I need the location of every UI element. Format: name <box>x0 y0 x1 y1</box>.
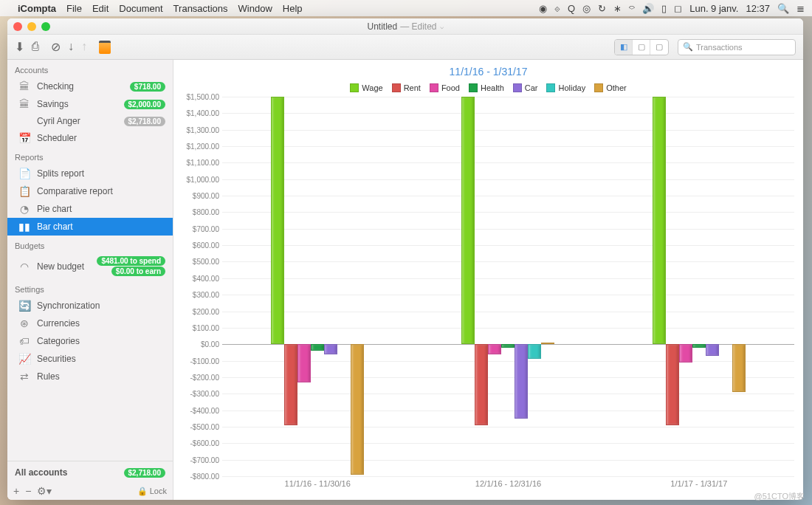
chart-bar[interactable] <box>324 344 337 354</box>
sidebar-item-pie-chart[interactable]: ◔ Pie chart <box>7 200 173 218</box>
sidebar-item-rules[interactable]: ⇄ Rules <box>7 368 173 385</box>
sidebar-item-label: Splits report <box>37 168 165 179</box>
status-app-icon[interactable]: ◉ <box>539 3 547 14</box>
chart-bar[interactable] <box>501 344 515 347</box>
notes-icon[interactable] <box>99 41 111 54</box>
chart-bar[interactable] <box>488 344 501 354</box>
status-sync-icon[interactable]: ↻ <box>598 3 606 14</box>
chart-bar[interactable] <box>461 97 475 344</box>
view-mode-segmented[interactable]: ◧ ▢ ▢ <box>614 39 669 55</box>
bank-icon: 🏛 <box>18 80 31 92</box>
window-minimize-button[interactable] <box>27 22 36 31</box>
chart-bar[interactable] <box>475 344 488 425</box>
menubar-date[interactable]: Lun. 9 janv. <box>689 3 738 14</box>
sidebar: Accounts 🏛 Checking $718.00 🏛 Savings $2… <box>7 60 173 500</box>
menu-transactions[interactable]: Transactions <box>173 3 228 14</box>
chart-bar[interactable] <box>528 344 541 359</box>
ytick-label: -$300.00 <box>190 390 219 398</box>
arrow-down-icon[interactable]: ↓ <box>68 40 74 54</box>
title-dropdown-icon[interactable]: ⌵ <box>440 23 444 30</box>
menubar-time[interactable]: 12:37 <box>746 3 770 14</box>
chart-bar[interactable] <box>297 344 311 382</box>
sidebar-item-savings[interactable]: 🏛 Savings $2,000.00 <box>7 95 173 113</box>
info-circle-icon[interactable]: ⊘ <box>51 40 61 54</box>
bluetooth-icon[interactable]: ∗ <box>613 3 622 14</box>
legend-item[interactable]: Holiday <box>546 83 585 92</box>
window-subtitle: — Edited <box>400 21 436 32</box>
chart-xaxis: 11/1/16 - 11/30/1612/1/16 - 12/31/161/1/… <box>222 479 794 495</box>
sidebar-item-new-budget[interactable]: ◠ New budget $481.00 to spend $0.00 to e… <box>7 253 173 279</box>
window-maximize-button[interactable] <box>41 22 50 31</box>
add-button[interactable]: + <box>13 485 19 497</box>
chart-bar[interactable] <box>679 344 692 363</box>
spotlight-icon[interactable]: 🔍 <box>777 3 789 14</box>
status-q-icon[interactable]: Q <box>568 3 575 14</box>
wifi-icon[interactable]: ⌔ <box>629 3 635 14</box>
menu-edit[interactable]: Edit <box>92 3 109 14</box>
chart-bar[interactable] <box>541 343 554 344</box>
legend-item[interactable]: Car <box>513 83 538 92</box>
arrow-up-icon[interactable]: ↑ <box>81 40 87 54</box>
account-balance-badge: $2,718.00 <box>124 117 166 126</box>
dropbox-icon[interactable]: ⟐ <box>554 3 560 14</box>
legend-item[interactable]: Rent <box>392 83 421 92</box>
chart-bar[interactable] <box>692 344 706 347</box>
settings-gear-icon[interactable]: ⚙︎▾ <box>37 485 52 497</box>
currency-icon: ⊛ <box>18 317 31 329</box>
chart-bar[interactable] <box>311 344 324 351</box>
battery-icon[interactable]: ▯ <box>661 3 667 14</box>
menu-window[interactable]: Window <box>238 3 272 14</box>
volume-icon[interactable]: 🔊 <box>642 3 654 14</box>
sidebar-item-securities[interactable]: 📈 Securities <box>7 350 173 368</box>
sidebar-item-person[interactable]: Cyril Anger $2,718.00 <box>7 113 173 129</box>
sidebar-item-scheduler[interactable]: 📅 Scheduler <box>7 129 173 147</box>
app-menu[interactable]: iCompta <box>18 3 56 14</box>
chart-bar[interactable] <box>351 344 364 475</box>
chart-panel: 11/1/16 - 1/31/17 WageRentFoodHealthCarH… <box>173 60 803 500</box>
print-icon[interactable]: ⎙ <box>32 40 39 54</box>
chart-bar[interactable] <box>284 344 297 425</box>
chart-bar[interactable] <box>515 344 528 419</box>
sidebar-item-sync[interactable]: 🔄 Synchronization <box>7 297 173 315</box>
window-close-button[interactable] <box>13 22 22 31</box>
legend-item[interactable]: Food <box>430 83 460 92</box>
ytick-label: $1,300.00 <box>187 126 220 134</box>
view-middle-icon[interactable]: ▢ <box>633 40 650 55</box>
legend-item[interactable]: Other <box>594 83 627 92</box>
menu-document[interactable]: Document <box>119 3 162 14</box>
menu-help[interactable]: Help <box>283 3 303 14</box>
remove-button[interactable]: − <box>25 485 31 497</box>
securities-icon: 📈 <box>18 353 31 365</box>
clock-icon[interactable]: ◻ <box>674 3 682 14</box>
sidebar-item-checking[interactable]: 🏛 Checking $718.00 <box>7 78 173 95</box>
sidebar-item-bar-chart[interactable]: ▮▮ Bar chart <box>7 218 173 236</box>
sidebar-item-comparative-report[interactable]: 📋 Comparative report <box>7 182 173 200</box>
sync-icon: 🔄 <box>18 300 31 312</box>
ytick-label: -$400.00 <box>190 406 219 414</box>
sidebar-item-categories[interactable]: 🏷 Categories <box>7 332 173 350</box>
chart-bar[interactable] <box>666 344 679 425</box>
lock-button[interactable]: 🔒 Lock <box>137 487 167 496</box>
sidebar-item-label: Pie chart <box>37 204 165 214</box>
legend-item[interactable]: Wage <box>350 83 382 92</box>
sidebar-head-budgets: Budgets <box>7 236 173 253</box>
legend-item[interactable]: Health <box>469 83 504 92</box>
view-right-icon[interactable]: ▢ <box>650 40 668 55</box>
status-circle-icon[interactable]: ◎ <box>582 3 591 14</box>
view-sidebar-icon[interactable]: ◧ <box>615 40 633 55</box>
menu-file[interactable]: File <box>66 3 82 14</box>
sidebar-item-currencies[interactable]: ⊛ Currencies <box>7 315 173 332</box>
chart-bar[interactable] <box>653 97 666 344</box>
import-icon[interactable]: ⬇︎ <box>15 40 24 54</box>
ytick-label: -$700.00 <box>190 456 219 464</box>
search-input[interactable]: 🔍 Transactions <box>678 39 796 55</box>
notification-center-icon[interactable]: ≣ <box>796 3 805 14</box>
window-title: Untitled <box>367 21 397 32</box>
legend-label: Rent <box>404 83 421 92</box>
sidebar-item-label: Savings <box>37 99 118 109</box>
sidebar-item-splits-report[interactable]: 📄 Splits report <box>7 165 173 182</box>
watermark: @51CTO博客 <box>754 491 805 502</box>
chart-bar[interactable] <box>706 344 719 356</box>
chart-bar[interactable] <box>271 97 284 344</box>
chart-bar[interactable] <box>732 344 746 392</box>
